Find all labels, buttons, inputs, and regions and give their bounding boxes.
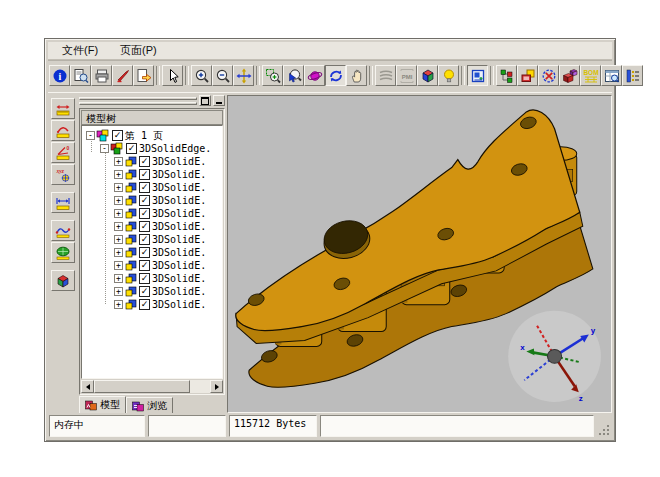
select-button[interactable] (162, 65, 183, 86)
export-button[interactable] (133, 65, 154, 86)
scroll-thumb[interactable] (94, 380, 190, 393)
print-button[interactable] (91, 65, 112, 86)
zoom-in-icon (194, 68, 210, 84)
zoom-out-button[interactable] (212, 65, 233, 86)
pmi-button[interactable]: PMI (396, 65, 417, 86)
tab-browse[interactable]: 浏览 (126, 397, 173, 413)
expander-plus[interactable]: + (114, 287, 123, 296)
checkbox-checked[interactable]: ✓ (139, 221, 150, 232)
tree-header: 模型树 (81, 110, 223, 125)
measure-polyline-button[interactable] (51, 220, 75, 241)
tree-list-button[interactable] (622, 65, 643, 86)
layers-button[interactable] (375, 65, 396, 86)
orbit-button[interactable] (304, 65, 325, 86)
checkbox-checked[interactable]: ✓ (139, 299, 150, 310)
expander-plus[interactable]: + (114, 183, 123, 192)
checkbox-checked[interactable]: ✓ (139, 247, 150, 258)
tree-row-part[interactable]: +✓3DSolidE. (82, 285, 222, 298)
measure-box-button[interactable] (51, 270, 75, 291)
tree-hscrollbar[interactable] (81, 380, 223, 393)
viewport-3d[interactable]: x y z (227, 95, 612, 413)
checkbox-checked[interactable]: ✓ (139, 156, 150, 167)
update-view-button[interactable] (538, 65, 559, 86)
measure-area-button[interactable] (51, 242, 75, 263)
expander-plus[interactable]: + (114, 157, 123, 166)
measure-distance-button[interactable] (51, 98, 75, 119)
pan-button[interactable] (233, 65, 254, 86)
tree-row-part[interactable]: +✓3DSolidE. (82, 246, 222, 259)
export-file-icon (136, 68, 152, 84)
measure-gap-button[interactable] (51, 192, 75, 213)
report-table-button[interactable] (601, 65, 622, 86)
checkbox-checked[interactable]: ✓ (139, 195, 150, 206)
print-preview-button[interactable] (70, 65, 91, 86)
expander-plus[interactable]: + (114, 248, 123, 257)
tree-row-part[interactable]: +✓3DSolidE. (82, 233, 222, 246)
tree-row-part[interactable]: +✓3DSolidE. (82, 155, 222, 168)
tree-row-part[interactable]: +✓3DSolidE. (82, 207, 222, 220)
tree-row-part[interactable]: +✓3DSolidE. (82, 181, 222, 194)
expander-plus[interactable]: + (114, 196, 123, 205)
tree-row-part[interactable]: +✓3DSolidE. (82, 194, 222, 207)
assembly-tree-button[interactable] (496, 65, 517, 86)
checkbox-checked[interactable]: ✓ (112, 130, 123, 141)
pan-hand-button[interactable] (346, 65, 367, 86)
checkbox-checked[interactable]: ✓ (139, 182, 150, 193)
spin-button[interactable] (325, 65, 346, 86)
checkbox-checked[interactable]: ✓ (139, 169, 150, 180)
checkbox-checked[interactable]: ✓ (139, 273, 150, 284)
expander-plus[interactable]: + (114, 170, 123, 179)
checkbox-checked[interactable]: ✓ (139, 286, 150, 297)
layers-icon (378, 68, 394, 84)
markup-button[interactable] (112, 65, 133, 86)
expander-plus[interactable]: + (114, 222, 123, 231)
menu-page[interactable]: 页面(P) (120, 43, 157, 58)
zoom-in-button[interactable] (191, 65, 212, 86)
scroll-track[interactable] (190, 380, 210, 393)
measure-angle-button[interactable]: 0 (51, 142, 75, 163)
light-button[interactable] (438, 65, 459, 86)
tab-model[interactable]: 模型 (79, 396, 126, 413)
checkbox-checked[interactable]: ✓ (139, 208, 150, 219)
scroll-left-button[interactable] (81, 380, 94, 393)
expander-plus[interactable]: + (114, 235, 123, 244)
zoom-window-button[interactable] (262, 65, 283, 86)
tree-row-assembly[interactable]: - ✓ 3DSolidEdge. (82, 142, 222, 155)
tree-row-page[interactable]: - ✓ 第 1 页 (82, 129, 222, 142)
panel-gripper[interactable] (79, 97, 197, 105)
expander-plus[interactable]: + (114, 209, 123, 218)
parts-boxes-icon (562, 68, 578, 84)
model-tree[interactable]: - ✓ 第 1 页 - ✓ 3DSolidEdge. +✓3DSolidE. +… (81, 125, 223, 379)
resize-grip[interactable] (597, 415, 611, 437)
menu-file[interactable]: 文件(F) (62, 43, 98, 58)
tree-row-part[interactable]: +✓3DSolidE. (82, 272, 222, 285)
info-button[interactable]: i (49, 65, 70, 86)
expander-plus[interactable]: + (114, 300, 123, 309)
panel-minimize-button[interactable] (213, 95, 225, 106)
checkbox-checked[interactable]: ✓ (139, 260, 150, 271)
scroll-right-button[interactable] (210, 380, 223, 393)
orientation-gizmo[interactable]: x y z (508, 311, 601, 403)
model-tab-icon (85, 399, 97, 411)
toolbar-separator (369, 66, 373, 85)
measure-coordinate-button[interactable]: xyz (51, 164, 75, 185)
zoom-select-button[interactable] (283, 65, 304, 86)
measure-curve-button[interactable] (51, 120, 75, 141)
tree-row-part[interactable]: +✓3DSolidE. (82, 220, 222, 233)
notebook-button[interactable] (467, 65, 488, 86)
expander-plus[interactable]: + (114, 261, 123, 270)
expander-minus[interactable]: - (100, 144, 109, 153)
checkbox-checked[interactable]: ✓ (139, 234, 150, 245)
checkbox-checked[interactable]: ✓ (126, 143, 137, 154)
tree-row-part[interactable]: +✓3DSolidE. (82, 298, 222, 311)
bom-button[interactable]: BOM (580, 65, 601, 86)
expander-minus[interactable]: - (86, 131, 95, 140)
panel-restore-button[interactable] (199, 95, 211, 106)
parts-button[interactable] (559, 65, 580, 86)
snapshot-button[interactable] (517, 65, 538, 86)
tree-row-part[interactable]: +✓3DSolidE. (82, 259, 222, 272)
tree-row-part[interactable]: +✓3DSolidE. (82, 168, 222, 181)
tree-label: 第 1 页 (125, 129, 163, 143)
view-cube-button[interactable] (417, 65, 438, 86)
expander-plus[interactable]: + (114, 274, 123, 283)
